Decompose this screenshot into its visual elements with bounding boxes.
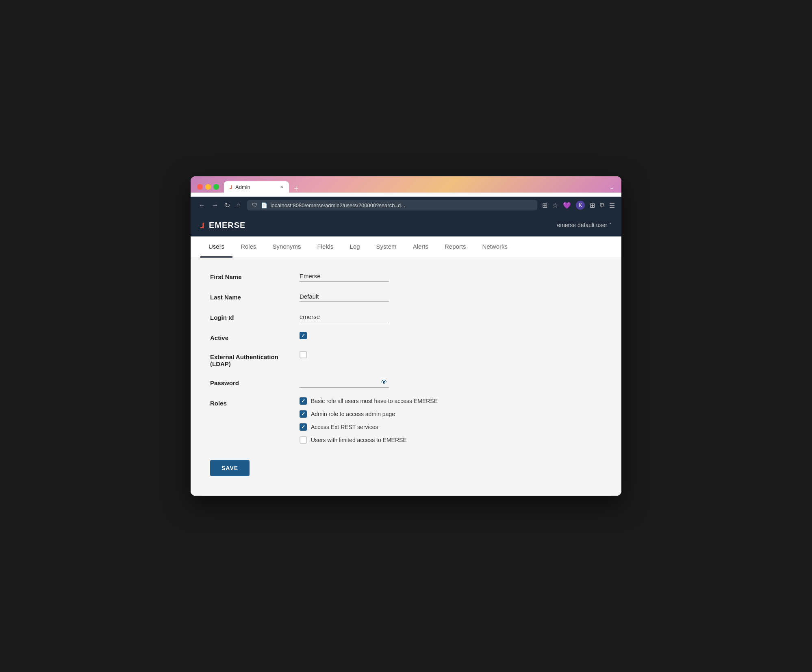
roles-control: Basic role all users must have to access… — [300, 397, 495, 444]
login-id-label: Login Id — [210, 312, 300, 321]
extensions-icon[interactable]: ⊞ — [590, 202, 595, 209]
last-name-row: Last Name — [210, 291, 495, 302]
new-tab-button[interactable]: + — [291, 184, 302, 193]
first-name-control — [300, 271, 495, 282]
browser-actions: ⊞ ☆ 💜 K ⊞ ⧉ ☰ — [542, 201, 615, 210]
nav-item-fields[interactable]: Fields — [309, 236, 342, 258]
show-password-icon[interactable]: 👁 — [381, 379, 387, 386]
role-checkbox-1[interactable] — [300, 410, 307, 418]
role-checkbox-0[interactable] — [300, 397, 307, 405]
close-traffic-light[interactable] — [197, 184, 203, 190]
page-icon: 📄 — [261, 202, 267, 208]
role-checkbox-3[interactable] — [300, 436, 307, 444]
url-text: localhost:8080/emerse/admin2/users/20000… — [271, 202, 405, 208]
shield-icon: 🛡 — [252, 202, 258, 208]
nav-buttons: ← → ↻ ⌂ — [197, 201, 242, 210]
nav-item-users[interactable]: Users — [200, 236, 232, 258]
nav-item-log[interactable]: Log — [342, 236, 368, 258]
browser-tab-admin[interactable]: ɹ Admin × — [224, 181, 289, 193]
role-label-2: Access Ext REST services — [311, 424, 378, 430]
roles-label: Roles — [210, 397, 300, 407]
menu-icon[interactable]: ☰ — [609, 202, 615, 209]
user-menu[interactable]: emerse default user ˅ — [557, 222, 612, 228]
nav-item-roles[interactable]: Roles — [232, 236, 264, 258]
tab-close-button[interactable]: × — [280, 184, 283, 190]
app-content: ɹ EMERSE emerse default user ˅ Users Rol… — [191, 214, 621, 496]
nav-item-reports[interactable]: Reports — [436, 236, 474, 258]
maximize-traffic-light[interactable] — [213, 184, 219, 190]
browser-menu-button[interactable]: ⌄ — [609, 182, 615, 191]
role-item-3: Users with limited access to EMERSE — [300, 436, 495, 444]
browser-window: ɹ Admin × + ⌄ ← → ↻ ⌂ 🛡 📄 localhost:8080… — [191, 176, 621, 496]
password-input[interactable] — [300, 377, 389, 388]
active-checkbox[interactable] — [300, 332, 307, 339]
login-id-input[interactable] — [300, 312, 389, 322]
profile-icon[interactable]: K — [576, 201, 585, 210]
roles-row: Roles Basic role all users must have to … — [210, 397, 495, 444]
app-nav: Users Roles Synonyms Fields Log System A… — [191, 236, 621, 258]
nav-item-system[interactable]: System — [368, 236, 405, 258]
browser-chrome: ɹ Admin × + ⌄ — [191, 176, 621, 193]
sidebar-icon[interactable]: ⧉ — [600, 202, 604, 209]
nav-item-synonyms[interactable]: Synonyms — [265, 236, 309, 258]
browser-tabs: ɹ Admin × + — [224, 181, 604, 193]
app-header: ɹ EMERSE emerse default user ˅ — [191, 214, 621, 236]
back-button[interactable]: ← — [197, 201, 207, 210]
first-name-label: First Name — [210, 271, 300, 280]
role-label-0: Basic role all users must have to access… — [311, 398, 438, 404]
browser-titlebar: ɹ Admin × + ⌄ — [197, 181, 615, 193]
ext-auth-checkbox[interactable] — [300, 351, 307, 358]
home-button[interactable]: ⌂ — [235, 201, 242, 210]
password-wrap: 👁 — [300, 377, 389, 388]
tab-favicon: ɹ — [230, 184, 232, 190]
first-name-row: First Name — [210, 271, 495, 282]
role-label-1: Admin role to access admin page — [311, 411, 395, 417]
role-item-0: Basic role all users must have to access… — [300, 397, 495, 405]
bookmark-icon[interactable]: ☆ — [552, 202, 558, 209]
refresh-button[interactable]: ↻ — [223, 201, 232, 210]
role-label-3: Users with limited access to EMERSE — [311, 437, 407, 443]
ext-auth-row: External Authentication (LDAP) — [210, 351, 495, 367]
password-label: Password — [210, 377, 300, 386]
user-form: First Name Last Name Login Id — [210, 271, 495, 476]
nav-item-alerts[interactable]: Alerts — [405, 236, 436, 258]
role-item-2: Access Ext REST services — [300, 423, 495, 431]
role-checkbox-2[interactable] — [300, 423, 307, 431]
last-name-label: Last Name — [210, 291, 300, 301]
active-label: Active — [210, 332, 300, 341]
pocket-icon[interactable]: 💜 — [563, 202, 571, 209]
last-name-control — [300, 291, 495, 302]
roles-list: Basic role all users must have to access… — [300, 397, 495, 444]
minimize-traffic-light[interactable] — [205, 184, 211, 190]
browser-addressbar: ← → ↻ ⌂ 🛡 📄 localhost:8080/emerse/admin2… — [191, 197, 621, 214]
save-button[interactable]: SAVE — [210, 460, 250, 476]
app-logo: ɹ EMERSE — [200, 219, 245, 231]
ext-auth-control — [300, 351, 495, 358]
grid-icon[interactable]: ⊞ — [542, 202, 547, 209]
active-control — [300, 332, 495, 339]
login-id-row: Login Id — [210, 312, 495, 322]
ext-auth-label: External Authentication (LDAP) — [210, 351, 300, 367]
password-row: Password 👁 — [210, 377, 495, 388]
logo-icon: ɹ — [200, 219, 205, 231]
forward-button[interactable]: → — [210, 201, 220, 210]
password-control: 👁 — [300, 377, 495, 388]
login-id-control — [300, 312, 495, 322]
traffic-lights — [197, 184, 219, 190]
first-name-input[interactable] — [300, 271, 389, 282]
logo-text: EMERSE — [209, 221, 245, 230]
main-content: First Name Last Name Login Id — [191, 258, 621, 496]
role-item-1: Admin role to access admin page — [300, 410, 495, 418]
address-bar[interactable]: 🛡 📄 localhost:8080/emerse/admin2/users/2… — [247, 200, 537, 210]
tab-title: Admin — [235, 184, 250, 190]
nav-item-networks[interactable]: Networks — [474, 236, 516, 258]
active-row: Active — [210, 332, 495, 341]
last-name-input[interactable] — [300, 291, 389, 302]
